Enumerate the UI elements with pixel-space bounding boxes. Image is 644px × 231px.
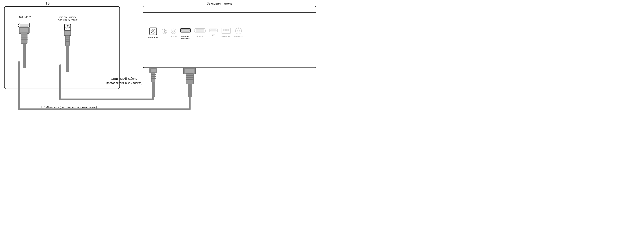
- svg-rect-30: [182, 29, 190, 32]
- svg-rect-54: [184, 69, 194, 73]
- connector-optical-in: OPTICAL IN: [148, 27, 158, 39]
- svg-marker-29: [190, 29, 191, 32]
- svg-rect-8: [21, 37, 28, 38]
- connector-aux-in: AUX IN: [170, 28, 177, 38]
- connector-bluetooth: [161, 28, 168, 35]
- svg-rect-3: [20, 24, 28, 27]
- svg-rect-18: [65, 39, 70, 40]
- svg-rect-51: [151, 78, 156, 79]
- network-label: NETWORK: [222, 36, 231, 38]
- usb-label: USB: [212, 34, 215, 36]
- optical-plug-soundbar: [148, 68, 159, 97]
- svg-rect-38: [223, 29, 224, 31]
- svg-rect-47: [151, 69, 156, 72]
- hdmi-input-label: HDMI INPUT: [16, 16, 32, 19]
- svg-point-13: [67, 27, 68, 28]
- svg-point-23: [152, 31, 154, 32]
- svg-rect-9: [21, 39, 28, 40]
- svg-rect-17: [65, 37, 70, 38]
- svg-rect-52: [152, 82, 155, 97]
- svg-rect-36: [210, 30, 216, 31]
- svg-rect-59: [188, 84, 192, 97]
- svg-point-25: [171, 29, 176, 34]
- optical-in-label: OPTICAL IN: [148, 37, 158, 39]
- connect-label: CONNECT: [234, 36, 243, 38]
- svg-rect-41: [228, 29, 228, 31]
- svg-rect-39: [225, 29, 226, 31]
- svg-marker-32: [194, 29, 195, 32]
- svg-rect-15: [65, 31, 70, 35]
- optical-cable-label: Оптический кабель (поставляется в компле…: [106, 77, 142, 85]
- soundbar-body: OPTICAL IN AUX IN: [142, 6, 316, 68]
- svg-rect-20: [66, 46, 69, 72]
- connectors-row: OPTICAL IN AUX IN: [148, 27, 243, 40]
- svg-point-26: [172, 30, 175, 32]
- svg-rect-7: [21, 35, 28, 35]
- tv-box: HDMI INPUT DIGITAL AUDIOOPTICAL OUTPUT: [4, 6, 120, 89]
- svg-rect-40: [226, 29, 227, 31]
- svg-rect-34: [196, 29, 204, 32]
- svg-rect-58: [186, 79, 194, 80]
- connector-hdmi-out: HDMI OUT(eARC/ARC): [180, 27, 191, 40]
- svg-rect-5: [20, 28, 28, 33]
- hdmi-in-label: HDMI IN: [196, 36, 203, 38]
- svg-rect-57: [186, 77, 194, 78]
- optical-output-label: DIGITAL AUDIOOPTICAL OUTPUT: [54, 16, 81, 22]
- hdmi-cable-label: HDMI-кабель (поставляется в комплекте): [41, 106, 97, 109]
- connector-usb: USB: [209, 28, 218, 36]
- hdmi-plug-tv: [16, 27, 32, 69]
- optical-output-port: [64, 23, 72, 32]
- svg-rect-50: [151, 76, 156, 77]
- hdmi-out-label: HDMI OUT(eARC/ARC): [181, 36, 190, 40]
- optical-plug-tv: [62, 31, 73, 72]
- soundbar-label: Звуковая панель: [207, 2, 232, 6]
- svg-point-43: [238, 30, 240, 32]
- svg-marker-1: [18, 24, 19, 27]
- tv-label: ТВ: [46, 2, 50, 6]
- connector-connect: CONNECT: [234, 27, 243, 38]
- svg-marker-28: [180, 29, 180, 32]
- svg-rect-19: [65, 41, 70, 42]
- svg-rect-49: [151, 74, 156, 75]
- connector-hdmi-in: HDMI IN: [194, 27, 206, 38]
- svg-rect-56: [186, 75, 194, 76]
- hdmi-plug-soundbar: [182, 68, 198, 97]
- connector-network: NETWORK: [221, 27, 231, 38]
- svg-rect-10: [23, 44, 26, 68]
- aux-in-label: AUX IN: [171, 35, 177, 38]
- svg-marker-2: [29, 24, 30, 27]
- svg-marker-33: [205, 29, 206, 32]
